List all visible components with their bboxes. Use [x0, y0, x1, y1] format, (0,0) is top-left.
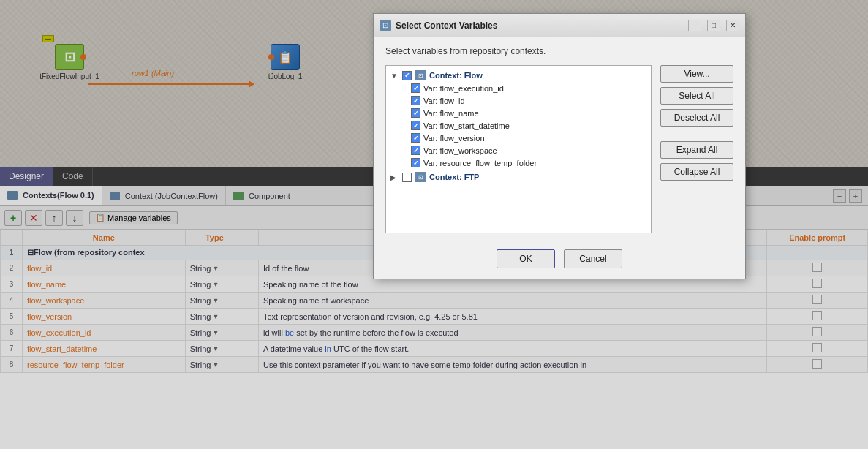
select-all-button[interactable]: Select All — [660, 87, 733, 105]
var-flow-execution-id-checkbox[interactable] — [411, 83, 420, 93]
app-window: — ⊡ tFixedFlowInput_1 row1 (Main) 📋 tJob… — [0, 0, 868, 449]
dialog-footer: OK Cancel — [374, 242, 745, 279]
dialog-close-button[interactable]: ✕ — [726, 20, 739, 31]
var-flow-workspace-label: Var: flow_workspace — [423, 146, 497, 155]
var-flow-start-datetime[interactable]: Var: flow_start_datetime — [410, 119, 648, 132]
var-flow-version-label: Var: flow_version — [423, 134, 485, 143]
ok-button[interactable]: OK — [497, 249, 555, 268]
flow-vars-list: Var: flow_execution_id Var: flow_id Var:… — [389, 82, 648, 169]
var-flow-workspace[interactable]: Var: flow_workspace — [410, 144, 648, 156]
dialog-title-text: Select Context Variables — [396, 20, 682, 31]
dialog-subtitle: Select variables from repository context… — [385, 46, 733, 56]
flow-group-icon: ⊡ — [415, 70, 426, 80]
select-context-variables-dialog: ⊡ Select Context Variables — □ ✕ Select … — [373, 13, 746, 279]
dialog-overlay: ⊡ Select Context Variables — □ ✕ Select … — [0, 0, 868, 449]
var-flow-version[interactable]: Var: flow_version — [410, 132, 648, 144]
flow-group-checkbox[interactable] — [402, 71, 412, 80]
var-flow-name-checkbox[interactable] — [411, 108, 420, 118]
ftp-group-checkbox[interactable] — [402, 173, 412, 182]
var-flow-id[interactable]: Var: flow_id — [410, 94, 648, 107]
tree-flow-group[interactable]: ▼ ⊡ Context: Flow — [389, 69, 648, 82]
var-resource-flow-temp-folder[interactable]: Var: resource_flow_temp_folder — [410, 156, 648, 169]
flow-group-label: Context: Flow — [429, 71, 483, 80]
tree-ftp-group[interactable]: ▶ ⊡ Context: FTP — [389, 170, 648, 184]
var-flow-execution-id[interactable]: Var: flow_execution_id — [410, 82, 648, 94]
dialog-body: Select variables from repository context… — [374, 37, 745, 242]
collapse-all-button[interactable]: Collapse All — [660, 163, 733, 181]
var-flow-name[interactable]: Var: flow_name — [410, 107, 648, 119]
view-button[interactable]: View... — [660, 65, 733, 83]
var-resource-flow-temp-folder-label: Var: resource_flow_temp_folder — [423, 159, 537, 167]
var-flow-name-label: Var: flow_name — [423, 109, 479, 118]
ftp-group-icon: ⊡ — [415, 172, 426, 182]
var-flow-workspace-checkbox[interactable] — [411, 146, 420, 155]
var-flow-version-checkbox[interactable] — [411, 133, 420, 143]
var-flow-start-datetime-label: Var: flow_start_datetime — [423, 121, 510, 130]
dialog-title-icon: ⊡ — [380, 20, 391, 31]
dialog-titlebar: ⊡ Select Context Variables — □ ✕ — [374, 14, 745, 37]
ftp-group-label: Context: FTP — [429, 173, 479, 181]
cancel-button[interactable]: Cancel — [564, 249, 622, 268]
dialog-minimize-button[interactable]: — — [688, 20, 701, 31]
var-flow-execution-id-label: Var: flow_execution_id — [423, 84, 504, 93]
var-flow-id-checkbox[interactable] — [411, 96, 420, 105]
expand-all-button[interactable]: Expand All — [660, 141, 733, 159]
var-resource-flow-temp-folder-checkbox[interactable] — [411, 158, 420, 167]
ftp-group-expand[interactable]: ▶ — [390, 173, 399, 181]
flow-group-expand[interactable]: ▼ — [390, 72, 399, 80]
dialog-side-buttons: View... Select All Deselect All Expand A… — [660, 65, 733, 233]
var-flow-id-label: Var: flow_id — [423, 97, 465, 105]
dialog-maximize-button[interactable]: □ — [707, 20, 720, 31]
dialog-content: ▼ ⊡ Context: Flow Var: flow_execution_id — [385, 65, 733, 233]
context-variables-tree[interactable]: ▼ ⊡ Context: Flow Var: flow_execution_id — [385, 65, 652, 233]
deselect-all-button[interactable]: Deselect All — [660, 109, 733, 127]
var-flow-start-datetime-checkbox[interactable] — [411, 121, 420, 130]
